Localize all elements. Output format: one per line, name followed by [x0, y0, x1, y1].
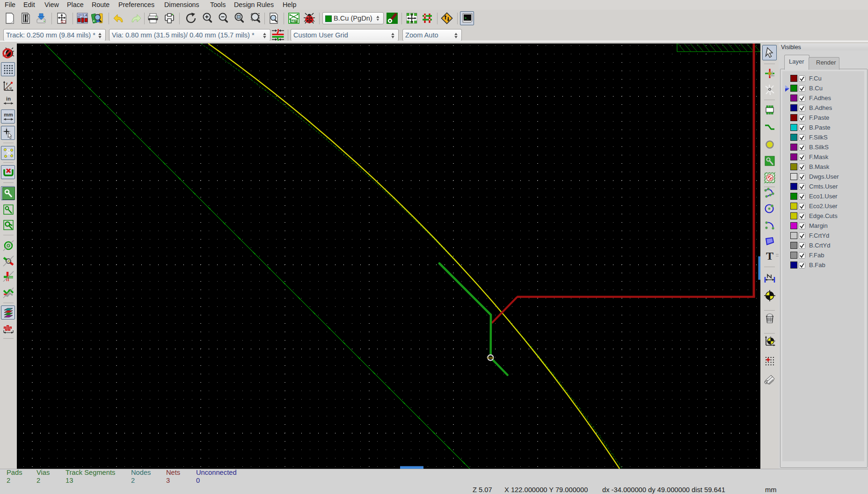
- svg-text:mm: mm: [4, 112, 13, 117]
- svg-text:r: r: [6, 81, 8, 86]
- svg-text:in: in: [6, 96, 11, 102]
- svg-text:NET: NET: [291, 20, 297, 23]
- svg-text:φ: φ: [9, 85, 12, 90]
- svg-text:1.4: 1.4: [82, 13, 88, 17]
- svg-text:GND: GND: [488, 356, 494, 359]
- svg-text:>_: >_: [465, 16, 469, 20]
- svg-text:T: T: [766, 250, 773, 262]
